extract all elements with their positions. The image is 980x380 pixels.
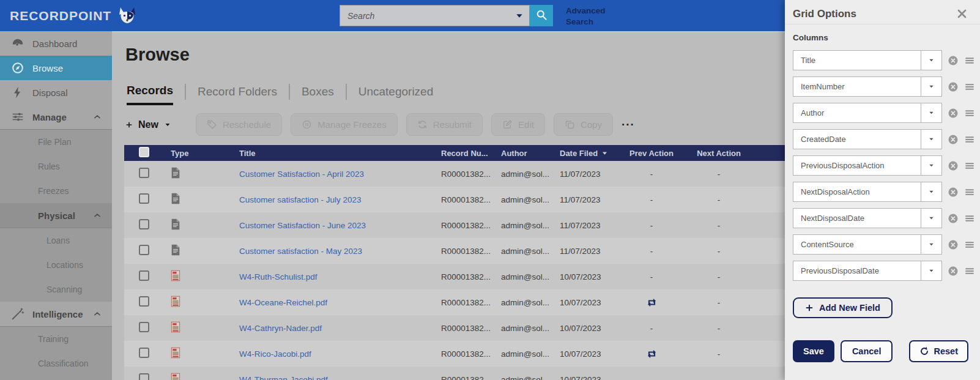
remove-field-icon[interactable] [948,160,959,171]
sidebar-item-browse[interactable]: Browse [0,56,112,80]
column-field-select-title[interactable]: Title [793,50,942,70]
save-button[interactable]: Save [793,340,834,362]
close-icon[interactable] [956,8,968,20]
row-checkbox[interactable] [139,373,149,380]
search-button[interactable] [530,5,553,26]
select-all-checkbox[interactable] [139,147,149,157]
caret-down-icon[interactable] [921,182,941,201]
column-header-record-nu[interactable]: Record Nu... [429,149,491,158]
sidebar-item-physical[interactable]: Physical [0,203,112,228]
record-title-link[interactable]: W4-Rico-Jacobi.pdf [239,349,311,359]
manage-freezes-button[interactable]: Manage Freezes [291,113,398,136]
sidebar-item-freezes[interactable]: Freezes [0,179,112,203]
advanced-search-link[interactable]: Advanced Search [566,6,617,27]
tab-record-folders[interactable]: Record Folders [198,85,277,104]
column-field-select-createddate[interactable]: CreatedDate [793,129,942,149]
sidebar-item-dashboard[interactable]: Dashboard [0,31,112,56]
remove-field-icon[interactable] [948,55,959,66]
remove-field-icon[interactable] [948,81,959,92]
add-new-field-button[interactable]: Add New Field [793,297,893,318]
copy-button[interactable]: Copy [554,113,613,136]
record-title-link[interactable]: W4-Thurman-Jacobi.pdf [239,375,328,380]
column-header-date-filed[interactable]: Date Filed [550,149,618,158]
drag-handle-icon[interactable] [963,54,976,67]
sidebar-item-rules[interactable]: Rules [0,154,112,179]
reset-button[interactable]: Reset [909,340,969,362]
tab-records[interactable]: Records [127,84,173,105]
resubmit-button[interactable]: Resubmit [406,113,483,136]
column-field-select-previousdisposalaction[interactable]: PreviousDisposalAction [793,155,942,176]
row-select-cell [124,296,158,308]
column-field-select-contentsource[interactable]: ContentSource [793,234,942,255]
remove-field-icon[interactable] [948,239,959,250]
remove-field-icon[interactable] [948,134,959,145]
sidebar-item-training[interactable]: Training [0,327,112,351]
sidebar-item-classification[interactable]: Classification [0,351,112,376]
column-field-select-nextdisposaldate[interactable]: NextDisposalDate [793,208,942,228]
record-title-link[interactable]: Customer Satisfaction - June 2023 [239,221,366,230]
pause-icon [302,119,312,130]
row-checkbox[interactable] [139,168,149,178]
caret-down-icon[interactable] [921,130,941,149]
cancel-button[interactable]: Cancel [841,340,893,362]
column-header-author[interactable]: Author [491,149,550,158]
drag-handle-icon[interactable] [963,107,976,119]
search-input[interactable] [340,5,510,26]
sidebar-item-locations[interactable]: Locations [0,253,112,277]
row-checkbox[interactable] [139,245,149,255]
row-checkbox[interactable] [139,322,149,332]
row-checkbox[interactable] [139,270,149,281]
sidebar-item-disposal[interactable]: Disposal [0,80,112,105]
drag-handle-icon[interactable] [963,133,976,146]
caret-down-icon[interactable] [921,261,941,280]
sidebar-item-file-plan[interactable]: File Plan [0,130,112,154]
remove-field-icon[interactable] [948,187,959,198]
caret-down-icon[interactable] [921,156,941,175]
remove-field-icon[interactable] [948,108,959,119]
record-title-link[interactable]: Customer satisfaction - July 2023 [239,195,362,204]
column-field-select-previousdisposaldate[interactable]: PreviousDisposalDate [793,261,942,281]
record-title-link[interactable]: W4-Oceane-Reichel.pdf [239,298,327,307]
drag-handle-icon[interactable] [963,186,976,198]
type-cell [158,193,221,206]
row-checkbox[interactable] [139,296,149,307]
record-title-link[interactable]: Customer satisfaction - May 2023 [239,247,362,256]
column-header-title[interactable]: Title [221,149,429,158]
remove-field-icon[interactable] [948,266,959,277]
record-title-link[interactable]: W4-Ruth-Schulist.pdf [239,272,317,281]
drag-handle-icon[interactable] [963,212,976,225]
caret-down-icon[interactable] [921,103,941,122]
remove-field-icon[interactable] [948,213,959,224]
new-button[interactable]: New [125,113,171,136]
sidebar-item-manage[interactable]: Manage [0,105,112,130]
row-checkbox[interactable] [139,193,149,204]
column-field-select-author[interactable]: Author [793,103,942,123]
caret-down-icon[interactable] [921,235,941,254]
drag-handle-icon[interactable] [963,265,976,277]
caret-down-icon[interactable] [921,77,941,96]
sidebar-item-scanning[interactable]: Scanning [0,277,112,302]
column-field-select-nextdisposalaction[interactable]: NextDisposalAction [793,182,942,202]
sidebar-item-loans[interactable]: Loans [0,228,112,253]
column-header-prev-action[interactable]: Prev Action [618,149,685,158]
reschedule-button[interactable]: Reschedule [196,113,282,136]
search-scope-caret[interactable] [510,5,530,26]
drag-handle-icon[interactable] [963,81,976,93]
column-header-next-action[interactable]: Next Action [685,149,753,158]
row-checkbox[interactable] [139,219,149,229]
record-title-link[interactable]: Customer Satisfaction - April 2023 [239,170,364,179]
column-field-select-itemnumber[interactable]: ItemNumber [793,76,942,97]
drag-handle-icon[interactable] [963,160,976,172]
record-title-link[interactable]: W4-Cathryn-Nader.pdf [239,324,322,333]
sidebar-item-intelligence[interactable]: Intelligence [0,302,112,327]
caret-down-icon[interactable] [921,51,941,70]
columns-label: Columns [793,33,980,42]
row-checkbox[interactable] [139,348,149,358]
column-header-type[interactable]: Type [158,149,221,158]
more-actions-button[interactable]: ... [622,115,637,135]
edit-button[interactable]: Edit [491,113,545,136]
tab-uncategorized[interactable]: Uncategorized [358,85,434,104]
tab-boxes[interactable]: Boxes [302,85,334,104]
caret-down-icon[interactable] [921,209,941,228]
drag-handle-icon[interactable] [963,239,976,251]
